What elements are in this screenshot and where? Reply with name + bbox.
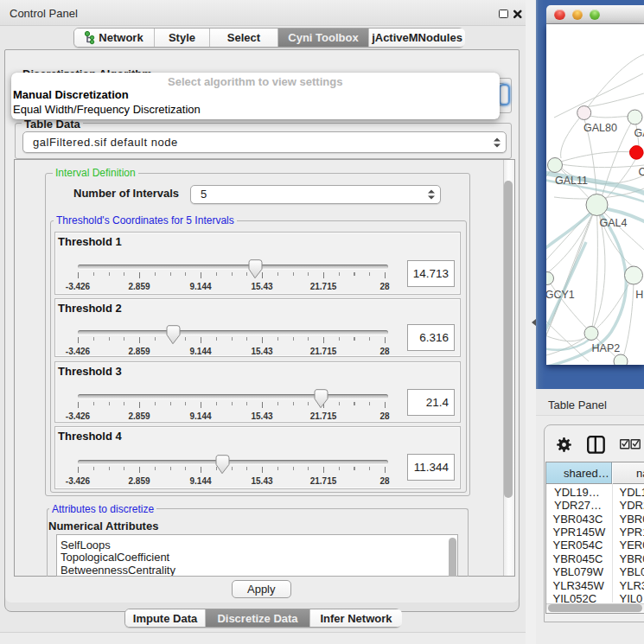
svg-text:GAL4: GAL4: [600, 216, 628, 228]
svg-text:C: C: [638, 165, 644, 177]
svg-text:GAL80: GAL80: [583, 122, 617, 134]
svg-text:GA: GA: [634, 127, 644, 139]
svg-text:GCY1: GCY1: [546, 288, 575, 300]
svg-text:HAP2: HAP2: [592, 342, 621, 354]
svg-text:H: H: [635, 288, 643, 300]
svg-text:GAL11: GAL11: [555, 174, 588, 186]
